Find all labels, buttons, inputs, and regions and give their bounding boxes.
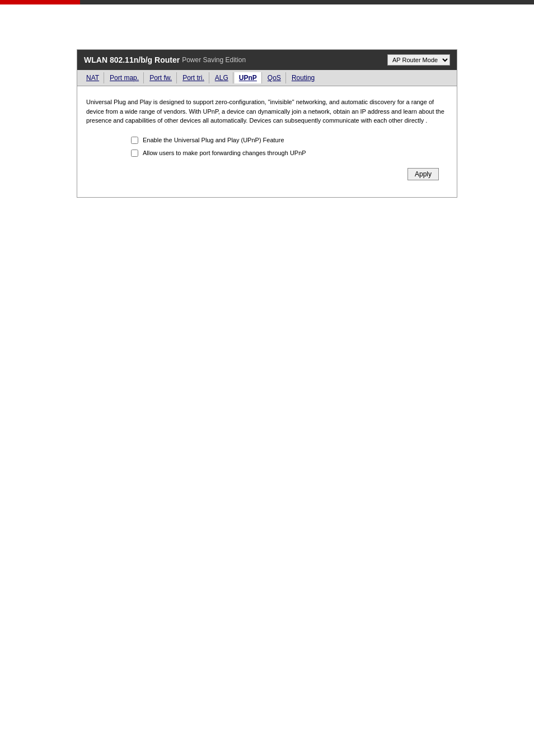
nav-item-routing[interactable]: Routing — [287, 72, 319, 83]
content-area: Universal Plug and Play is designed to s… — [77, 86, 457, 197]
apply-row: Apply — [86, 162, 448, 186]
nav-item-qos[interactable]: QoS — [263, 72, 286, 83]
nav-item-portfw[interactable]: Port fw. — [145, 72, 177, 83]
description-text: Universal Plug and Play is designed to s… — [86, 97, 448, 125]
nav-item-upnp[interactable]: UPnP — [235, 72, 262, 83]
panel-title-normal: Power Saving Edition — [182, 56, 246, 64]
nav-bar: NAT Port map. Port fw. Port tri. ALG UPn… — [77, 70, 457, 86]
nav-item-porttri[interactable]: Port tri. — [178, 72, 209, 83]
router-panel: WLAN 802.11n/b/g Router Power Saving Edi… — [77, 49, 457, 198]
upnp-enable-label: Enable the Universal Plug and Play (UPnP… — [143, 137, 284, 143]
upnp-portforward-label: Allow users to make port forwarding chan… — [143, 150, 306, 156]
upnp-enable-checkbox[interactable] — [131, 137, 138, 144]
option-row-upnp-enable: Enable the Universal Plug and Play (UPnP… — [131, 137, 448, 144]
apply-button[interactable]: Apply — [407, 168, 439, 180]
nav-item-nat[interactable]: NAT — [82, 72, 104, 83]
options-section: Enable the Universal Plug and Play (UPnP… — [131, 137, 448, 157]
upnp-portforward-checkbox[interactable] — [131, 150, 138, 157]
panel-header: WLAN 802.11n/b/g Router Power Saving Edi… — [77, 50, 457, 70]
nav-item-portmap[interactable]: Port map. — [105, 72, 144, 83]
option-row-upnp-portforward: Allow users to make port forwarding chan… — [131, 150, 448, 157]
mode-select[interactable]: AP Router Mode AP Mode Client Mode — [387, 54, 450, 66]
panel-title-bold: WLAN 802.11n/b/g Router — [84, 55, 180, 64]
top-bar — [0, 0, 534, 4]
nav-item-alg[interactable]: ALG — [210, 72, 233, 83]
